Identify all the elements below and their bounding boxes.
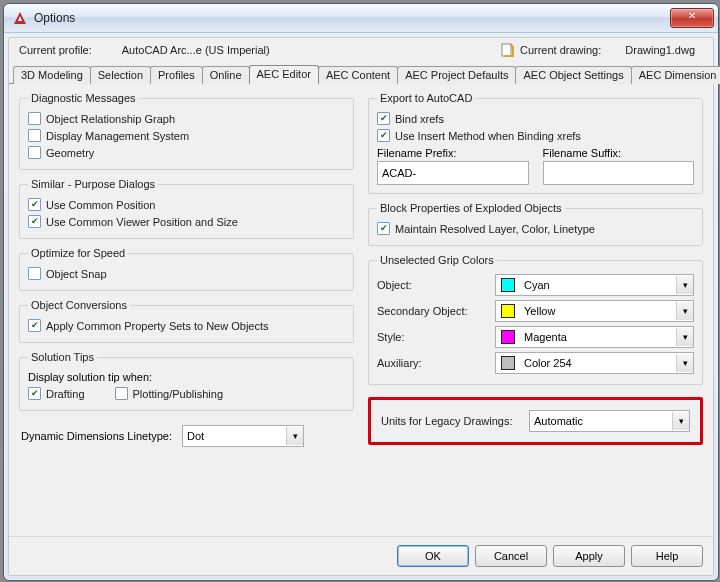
- group-diagnostic-messages: Diagnostic Messages Object Relationship …: [19, 92, 354, 170]
- group-optimize-speed: Optimize for Speed Object Snap: [19, 247, 354, 291]
- tab-aec-dimension[interactable]: AEC Dimension: [631, 66, 720, 84]
- chk-row-org: Object Relationship Graph: [28, 110, 345, 127]
- row-grip-secondary: Secondary Object: Yellow▾: [377, 298, 694, 324]
- legend-similar: Similar - Purpose Dialogs: [28, 178, 158, 190]
- drawing-icon: [500, 42, 516, 58]
- options-dialog: Options ✕ Current profile: AutoCAD Arc..…: [3, 3, 719, 581]
- legend-tips: Solution Tips: [28, 351, 97, 363]
- chevron-down-icon: ▾: [672, 412, 689, 430]
- group-export-autocad: Export to AutoCAD Bind xrefs Use Insert …: [368, 92, 703, 194]
- select-dynamic-dimensions[interactable]: Dot ▾: [182, 425, 304, 447]
- legend-grip: Unselected Grip Colors: [377, 254, 497, 266]
- lbl-object-snap: Object Snap: [46, 268, 107, 280]
- group-object-conversions: Object Conversions Apply Common Property…: [19, 299, 354, 343]
- input-filename-suffix[interactable]: [543, 161, 695, 185]
- group-solution-tips: Solution Tips Display solution tip when:…: [19, 351, 354, 411]
- chk-row-dms: Display Management System: [28, 127, 345, 144]
- tab-selection[interactable]: Selection: [90, 66, 151, 84]
- select-grip-auxiliary[interactable]: Color 254▾: [495, 352, 694, 374]
- left-column: Diagnostic Messages Object Relationship …: [19, 92, 354, 528]
- ok-button[interactable]: OK: [397, 545, 469, 567]
- help-button[interactable]: Help: [631, 545, 703, 567]
- select-legacy-units[interactable]: Automatic▾: [529, 410, 690, 432]
- chevron-down-icon: ▾: [676, 328, 693, 346]
- row-grip-object: Object: Cyan▾: [377, 272, 694, 298]
- select-grip-object[interactable]: Cyan▾: [495, 274, 694, 296]
- tab-aec-editor[interactable]: AEC Editor: [249, 65, 319, 84]
- lbl-filename-suffix: Filename Suffix:: [543, 147, 695, 159]
- chk-object-snap[interactable]: [28, 267, 41, 280]
- group-similar-purpose: Similar - Purpose Dialogs Use Common Pos…: [19, 178, 354, 239]
- legacy-units-highlight: Units for Legacy Drawings: Automatic▾: [368, 397, 703, 445]
- chk-plotting-publishing[interactable]: [115, 387, 128, 400]
- tab-3d-modeling[interactable]: 3D Modeling: [13, 66, 91, 84]
- select-grip-style[interactable]: Magenta▾: [495, 326, 694, 348]
- tab-aec-content[interactable]: AEC Content: [318, 66, 398, 84]
- right-column: Export to AutoCAD Bind xrefs Use Insert …: [368, 92, 703, 528]
- chevron-down-icon: ▾: [676, 276, 693, 294]
- cancel-button[interactable]: Cancel: [475, 545, 547, 567]
- current-drawing-label: Current drawing:: [520, 44, 601, 56]
- swatch-color254: [501, 356, 515, 370]
- lbl-insert-method-binding: Use Insert Method when Binding xrefs: [395, 130, 581, 142]
- current-profile-value: AutoCAD Arc...e (US Imperial): [122, 44, 270, 56]
- svg-rect-0: [502, 44, 511, 56]
- lbl-grip-secondary: Secondary Object:: [377, 305, 487, 317]
- chevron-down-icon: ▾: [286, 427, 303, 445]
- chk-drafting[interactable]: [28, 387, 41, 400]
- lbl-dynamic-dimensions: Dynamic Dimensions Linetype:: [21, 430, 172, 442]
- legend-export: Export to AutoCAD: [377, 92, 475, 104]
- lbl-apply-common-property-sets: Apply Common Property Sets to New Object…: [46, 320, 269, 332]
- current-drawing-value: Drawing1.dwg: [625, 44, 695, 56]
- tab-online[interactable]: Online: [202, 66, 250, 84]
- select-dynamic-dimensions-value: Dot: [183, 430, 286, 442]
- lbl-use-common-position: Use Common Position: [46, 199, 155, 211]
- lbl-bind-xrefs: Bind xrefs: [395, 113, 444, 125]
- lbl-grip-object: Object:: [377, 279, 487, 291]
- close-button[interactable]: ✕: [670, 8, 714, 28]
- current-profile-label: Current profile:: [19, 44, 92, 56]
- chk-use-common-position[interactable]: [28, 198, 41, 211]
- lbl-grip-auxiliary: Auxiliary:: [377, 357, 487, 369]
- row-grip-style: Style: Magenta▾: [377, 324, 694, 350]
- tabstrip: 3D Modeling Selection Profiles Online AE…: [9, 60, 713, 84]
- chk-use-common-viewer[interactable]: [28, 215, 41, 228]
- lbl-maintain-resolved: Maintain Resolved Layer, Color, Linetype: [395, 223, 595, 235]
- lbl-use-common-viewer: Use Common Viewer Position and Size: [46, 216, 238, 228]
- legend-speed: Optimize for Speed: [28, 247, 128, 259]
- chk-object-relationship-graph[interactable]: [28, 112, 41, 125]
- group-unselected-grip-colors: Unselected Grip Colors Object: Cyan▾ Sec…: [368, 254, 703, 385]
- chk-insert-method-binding[interactable]: [377, 129, 390, 142]
- tab-aec-object-settings[interactable]: AEC Object Settings: [515, 66, 631, 84]
- lbl-object-relationship-graph: Object Relationship Graph: [46, 113, 175, 125]
- chk-apply-common-property-sets[interactable]: [28, 319, 41, 332]
- group-block-properties: Block Properties of Exploded Objects Mai…: [368, 202, 703, 246]
- titlebar: Options ✕: [4, 4, 718, 33]
- chevron-down-icon: ▾: [676, 302, 693, 320]
- legend-diagnostic: Diagnostic Messages: [28, 92, 139, 104]
- lbl-display-management-system: Display Management System: [46, 130, 189, 142]
- select-grip-secondary[interactable]: Yellow▾: [495, 300, 694, 322]
- dialog-button-row: OK Cancel Apply Help: [9, 536, 713, 575]
- chevron-down-icon: ▾: [676, 354, 693, 372]
- lbl-drafting: Drafting: [46, 388, 85, 400]
- chk-display-management-system[interactable]: [28, 129, 41, 142]
- aec-editor-panel: Diagnostic Messages Object Relationship …: [9, 83, 713, 536]
- lbl-plotting-publishing: Plotting/Publishing: [133, 388, 224, 400]
- apply-button[interactable]: Apply: [553, 545, 625, 567]
- tab-aec-project-defaults[interactable]: AEC Project Defaults: [397, 66, 516, 84]
- swatch-yellow: [501, 304, 515, 318]
- lbl-filename-prefix: Filename Prefix:: [377, 147, 529, 159]
- row-grip-auxiliary: Auxiliary: Color 254▾: [377, 350, 694, 376]
- tab-profiles[interactable]: Profiles: [150, 66, 203, 84]
- chk-row-geom: Geometry: [28, 144, 345, 161]
- legend-conv: Object Conversions: [28, 299, 130, 311]
- chk-bind-xrefs[interactable]: [377, 112, 390, 125]
- lbl-geometry: Geometry: [46, 147, 94, 159]
- chk-geometry[interactable]: [28, 146, 41, 159]
- lbl-grip-style: Style:: [377, 331, 487, 343]
- input-filename-prefix[interactable]: [377, 161, 529, 185]
- window-title: Options: [34, 11, 670, 25]
- dialog-content: Current profile: AutoCAD Arc...e (US Imp…: [8, 37, 714, 576]
- chk-maintain-resolved[interactable]: [377, 222, 390, 235]
